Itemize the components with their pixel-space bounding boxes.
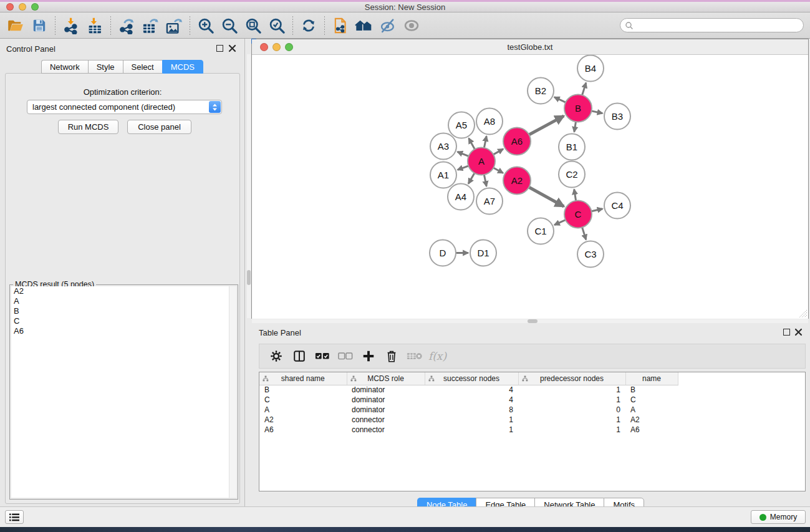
network-graph: B4B2BB3A8A5A6A3B1AA1C2A2A4A7C4CC1DD1C3 (252, 55, 808, 319)
mcds-result-item[interactable]: C (11, 316, 236, 326)
table-cell[interactable]: connector (347, 425, 425, 435)
network-canvas[interactable]: B4B2BB3A8A5A6A3B1AA1C2A2A4A7C4CC1DD1C3 (252, 55, 808, 319)
toolbar-separator (55, 16, 55, 35)
table-cell[interactable]: dominator (347, 395, 425, 405)
table-toolbar: f(x) (259, 344, 806, 369)
table-cell[interactable]: A2 (259, 415, 347, 425)
table-cell[interactable]: C (625, 395, 678, 405)
table-row[interactable]: Bdominator41B (259, 385, 688, 395)
graph-node-label: A3 (438, 141, 449, 152)
table-row[interactable]: Cdominator41C (259, 395, 688, 405)
memory-button[interactable]: Memory (751, 510, 806, 524)
column-header-MCDS-role[interactable]: MCDS role (347, 372, 425, 385)
save-session-button[interactable] (27, 14, 51, 37)
column-header-successor-nodes[interactable]: successor nodes (425, 372, 518, 385)
criterion-select[interactable]: largest connected component (directed) (27, 100, 222, 114)
import-table-button[interactable] (83, 14, 107, 37)
table-cell[interactable]: 4 (425, 395, 518, 405)
select-all-columns-button[interactable] (311, 346, 334, 367)
table-cell[interactable]: connector (347, 415, 425, 425)
node-table-grid[interactable]: shared nameMCDS rolesuccessor nodesprede… (259, 372, 688, 435)
table-cell[interactable]: dominator (347, 405, 425, 415)
table-cell[interactable]: 1 (518, 385, 625, 395)
add-column-button[interactable] (357, 346, 380, 367)
delete-column-button[interactable] (380, 346, 403, 367)
graph-node-label: C2 (566, 169, 577, 180)
table-cell[interactable]: 4 (425, 385, 518, 395)
tab-select[interactable]: Select (123, 60, 162, 74)
hide-detail-button[interactable] (376, 14, 400, 37)
table-cell[interactable]: A6 (259, 425, 347, 435)
function-builder-button[interactable]: f(x) (426, 346, 449, 367)
zoom-selected-button[interactable] (265, 14, 289, 37)
home-overview-button[interactable] (352, 14, 376, 37)
table-options-button[interactable] (264, 346, 287, 367)
resize-grip-icon[interactable] (799, 310, 808, 318)
vscroll-thumb[interactable] (247, 270, 251, 285)
delete-table-button[interactable] (403, 346, 426, 367)
table-cell[interactable]: A2 (625, 415, 678, 425)
mcds-result-item[interactable]: A (11, 296, 236, 306)
table-cell[interactable]: 0 (518, 405, 625, 415)
table-cell[interactable]: 8 (425, 405, 518, 415)
tab-network[interactable]: Network (41, 60, 88, 74)
export-network-button[interactable] (115, 14, 138, 37)
task-history-button[interactable] (5, 510, 24, 524)
desktop-vertical-scrollbar[interactable] (247, 54, 251, 318)
export-table-button[interactable] (138, 14, 162, 37)
column-header-name[interactable]: name (625, 372, 678, 385)
table-cell[interactable]: A6 (625, 425, 678, 435)
graph-node-label: B3 (612, 111, 623, 122)
search-input[interactable] (620, 18, 804, 32)
zoom-fit-button[interactable] (241, 14, 265, 37)
run-mcds-button[interactable]: Run MCDS (58, 120, 118, 134)
show-eye-button[interactable] (400, 14, 423, 37)
column-header-predecessor-nodes[interactable]: predecessor nodes (518, 372, 625, 385)
close-panel-button[interactable]: Close panel (127, 120, 191, 134)
mcds-result-item[interactable]: B (11, 306, 236, 316)
main-titlebar: Session: New Session (0, 0, 810, 12)
table-cell[interactable]: 1 (518, 425, 625, 435)
table-cell[interactable]: A (259, 405, 347, 415)
table-cell[interactable]: dominator (347, 385, 425, 395)
close-panel-icon[interactable] (228, 44, 236, 52)
refresh-icon (301, 17, 317, 34)
close-table-panel-icon[interactable] (794, 328, 803, 336)
mcds-result-item[interactable]: A6 (11, 326, 236, 336)
table-cell[interactable]: 1 (425, 415, 518, 425)
search-text-field[interactable] (634, 20, 803, 31)
float-panel-icon[interactable] (216, 45, 223, 52)
table-cell[interactable]: 1 (518, 395, 625, 405)
table-row[interactable]: A2connector11A2 (259, 415, 688, 425)
export-image-button[interactable] (162, 14, 186, 37)
table-cell[interactable]: B (259, 385, 347, 395)
graph-node-label: B4 (585, 63, 596, 74)
refresh-view-button[interactable] (297, 14, 321, 37)
graph-node-label: C (575, 209, 582, 220)
network-window-titlebar[interactable]: testGlobe.txt (252, 39, 808, 55)
zoom-in-button[interactable] (194, 14, 218, 37)
show-columns-button[interactable] (287, 346, 311, 367)
table-cell[interactable]: 1 (425, 425, 518, 435)
deselect-all-columns-button[interactable] (334, 346, 357, 367)
tab-mcds[interactable]: MCDS (162, 60, 203, 74)
mcds-result-item[interactable]: A2 (11, 286, 236, 296)
network-file-share-button[interactable] (329, 14, 352, 37)
import-network-button[interactable] (59, 14, 83, 37)
open-session-button[interactable] (4, 14, 27, 37)
column-header-shared-name[interactable]: shared name (259, 372, 347, 385)
table-row[interactable]: A6connector11A6 (259, 425, 688, 435)
table-cell[interactable]: A (625, 405, 678, 415)
result-scrollbar[interactable] (229, 286, 236, 498)
table-cell[interactable]: 1 (518, 415, 625, 425)
table-cell[interactable]: B (625, 385, 678, 395)
zoom-in-icon (197, 17, 215, 34)
tab-style[interactable]: Style (88, 60, 123, 74)
graph-node-label: D (440, 248, 446, 258)
zoom-out-button[interactable] (218, 14, 241, 37)
float-table-panel-icon[interactable] (783, 329, 790, 336)
table-row[interactable]: Adominator80A (259, 405, 688, 415)
double-house-icon (355, 17, 374, 34)
table-cell[interactable]: C (259, 395, 347, 405)
graph-node-label: A6 (511, 136, 523, 147)
